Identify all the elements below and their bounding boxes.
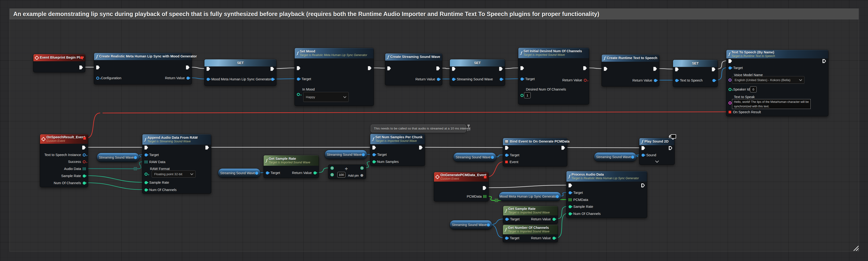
expand-node-chevron-icon[interactable]	[655, 159, 659, 163]
pin-var_in[interactable]: Streaming Sound Wave	[452, 77, 493, 81]
pin-target[interactable]: Target	[266, 171, 280, 175]
pin-exec_out[interactable]	[499, 67, 503, 71]
node-get-sample-rate-1[interactable]: ƒGet Sample RateTarget is Imported Sound…	[264, 155, 319, 178]
variable-getter-pill-ssw-6[interactable]: Streaming Sound Wave	[450, 220, 492, 230]
pin-tts_instance[interactable]: Text to Speech Instance	[44, 153, 86, 157]
pin-return[interactable]: Return Value	[632, 78, 657, 82]
pin-exec_in[interactable]	[452, 67, 456, 71]
pin-target[interactable]: Target	[505, 236, 519, 240]
object-pin-icon[interactable]	[134, 156, 137, 159]
node-header[interactable]: ƒCreate Runtime Text to Speech	[602, 54, 659, 62]
pin-exec_out[interactable]	[823, 59, 826, 63]
pin-var_out[interactable]	[712, 78, 715, 82]
pin-exec_in[interactable]	[96, 66, 100, 69]
object-pin-icon[interactable]	[362, 153, 365, 156]
pin-exec_out[interactable]	[206, 146, 209, 149]
node-header[interactable]: ƒProcess Audio DataTarget is Realistic M…	[566, 171, 647, 182]
pin-target[interactable]: Target	[568, 191, 583, 194]
pin-var_in[interactable]: Text to Speech	[675, 78, 703, 82]
pin-exec_in[interactable]	[372, 146, 376, 149]
pin-exec_out[interactable]	[561, 146, 565, 150]
pin-target[interactable]: Target	[145, 153, 159, 157]
variable-getter-pill-ssw-4[interactable]: Streaming Sound Wave	[453, 152, 496, 162]
pin-return[interactable]: Return Value	[531, 217, 556, 221]
node-on-speech-result[interactable]: OnSpeechResult_EventCustom EventText to …	[40, 134, 88, 187]
pin-on_speech_result[interactable]: On Speech Result	[728, 110, 761, 114]
variable-getter-pill-ssw-1[interactable]: Streaming Sound Wave	[97, 153, 139, 162]
pin-nch[interactable]: Num Of Channels	[568, 212, 600, 216]
node-header[interactable]: OnGeneratePCMData_EventCustom Event	[434, 172, 489, 182]
node-header[interactable]: ƒGet Number Of ChannelsTarget is Importe…	[503, 225, 558, 234]
pin-nch[interactable]: Num Of Channels	[145, 188, 177, 192]
add-pin-button[interactable]: Add pin⊕	[348, 174, 363, 177]
blueprint-graph-canvas[interactable]: An example demonstrating lip sync during…	[0, 0, 868, 261]
voice-model-dropdown[interactable]: English (United States) - Kokoro (Bella)	[732, 76, 805, 84]
object-pin-icon[interactable]	[487, 223, 490, 226]
node-get-sample-rate-2[interactable]: ƒGet Sample RateTarget is Imported Sound…	[503, 206, 558, 224]
pin-target[interactable]: Target	[505, 217, 520, 221]
pin-exec_in[interactable]	[642, 146, 645, 150]
node-header[interactable]: SET	[450, 59, 505, 67]
node-create-ssw[interactable]: ƒCreate Streaming Sound WaveReturn Value	[385, 53, 442, 85]
delegate-pin-icon[interactable]	[83, 137, 86, 140]
pin-num[interactable]	[521, 94, 524, 97]
pin-exec_out[interactable]	[271, 67, 274, 71]
pin-exec_out[interactable]	[186, 66, 189, 69]
node-append[interactable]: ƒAppend Audio Data From RAWTarget is Str…	[142, 134, 211, 194]
pin-target[interactable]: Target	[521, 77, 535, 81]
pin-exec_out[interactable]	[583, 66, 587, 70]
reroute-audio-node[interactable]	[134, 167, 137, 170]
node-process-audio[interactable]: ƒProcess Audio DataTarget is Realistic M…	[566, 171, 647, 218]
pin-target[interactable]: Target	[505, 153, 519, 157]
pin-out[interactable]	[360, 166, 364, 170]
speaker-id-input[interactable]: 0	[750, 86, 757, 92]
node-header[interactable]: SET	[205, 59, 276, 67]
pin-exec_in[interactable]	[297, 66, 300, 70]
node-header[interactable]: ƒCreate Realistic Meta Human Lip Sync wi…	[94, 53, 192, 60]
pin-target[interactable]: Target	[372, 153, 386, 156]
object-pin-icon[interactable]	[491, 156, 494, 159]
pin-return[interactable]: Return Value	[531, 236, 556, 240]
variable-getter-pill-mood[interactable]: Mood Meta Human Lip Sync Generator	[499, 192, 561, 201]
node-comment-bubble[interactable]: This needs to be called so that audio is…	[371, 124, 466, 133]
pin-srate[interactable]: Sample Rate	[145, 181, 169, 184]
pin-exec_in[interactable]	[521, 66, 524, 70]
pin-srate[interactable]: Sample Rate	[61, 174, 86, 178]
pin-exec_in[interactable]	[568, 183, 572, 187]
object-pin-icon[interactable]	[631, 156, 634, 159]
variable-getter-pill-ssw-5[interactable]: Streaming Sound Wave	[594, 152, 637, 162]
node-on-gen-pcm[interactable]: OnGeneratePCMData_EventCustom EventPCMDa…	[434, 172, 489, 201]
node-header[interactable]: ƒAppend Audio Data From RAWTarget is Str…	[143, 134, 211, 145]
pin-success[interactable]: Success	[68, 160, 86, 163]
pin-audio[interactable]: Audio Data	[64, 167, 86, 171]
pin-return[interactable]: Return Value	[415, 77, 440, 81]
pin-icon[interactable]	[468, 125, 469, 127]
node-header[interactable]: ƒGet Sample RateTarget is Imported Sound…	[503, 206, 558, 215]
pin-var_out[interactable]	[500, 77, 503, 81]
pin-exec_in[interactable]	[728, 59, 732, 63]
node-set-mood-var[interactable]: SETMood Meta Human Lip Sync Generator	[204, 59, 276, 86]
node-set-tts-var[interactable]: SETText to Speech	[673, 60, 718, 87]
pin-raw[interactable]: RAW Data	[145, 160, 165, 164]
pin-voice[interactable]	[728, 78, 732, 82]
node-header[interactable]: ƒGet Sample RateTarget is Imported Sound…	[264, 155, 319, 166]
pin-inA[interactable]	[331, 166, 334, 170]
pin-exec_out[interactable]	[483, 186, 486, 190]
pin-return[interactable]: Return Value	[292, 171, 316, 175]
pin-pcm[interactable]: PCMData	[568, 198, 588, 202]
pin-rawfmt[interactable]	[145, 172, 148, 176]
pin-target[interactable]: Target	[297, 77, 311, 81]
node-divide[interactable]: ÷Add pin⊕	[328, 164, 366, 179]
reroute-pcm-node[interactable]	[495, 199, 498, 202]
pin-event[interactable]: Event	[505, 160, 518, 164]
pin-var_out[interactable]	[271, 77, 274, 81]
pin-exec_out[interactable]	[80, 66, 83, 69]
delegate-pin-icon[interactable]	[484, 176, 487, 179]
mood-dropdown[interactable]: Happy	[303, 92, 349, 102]
pin-exec_out[interactable]	[368, 66, 371, 70]
pin-var_in[interactable]: Mood Meta Human Lip Sync Generator	[207, 77, 271, 81]
object-pin-icon[interactable]	[255, 172, 258, 175]
pin-exec_out[interactable]	[653, 67, 657, 71]
node-set-ssw-var[interactable]: SETStreaming Sound Wave	[450, 59, 505, 86]
pin-exec_out[interactable]	[669, 146, 672, 150]
